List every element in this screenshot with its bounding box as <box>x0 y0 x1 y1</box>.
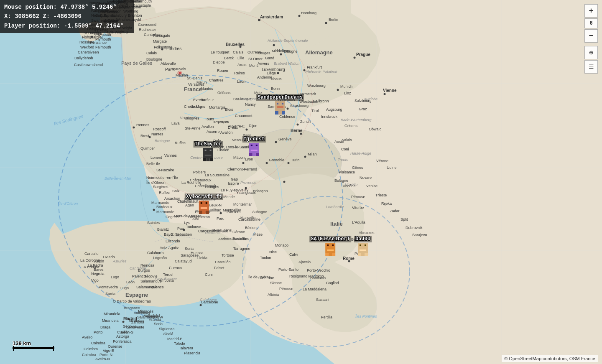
svg-text:Gênes: Gênes <box>352 165 363 170</box>
svg-point-42 <box>298 15 301 17</box>
player-name-fjednst: fjednst <box>242 136 266 143</box>
svg-rect-418 <box>256 153 259 156</box>
svg-text:Boulogne: Boulogne <box>146 57 162 61</box>
svg-rect-407 <box>277 103 278 104</box>
svg-text:Viterbe: Viterbe <box>352 206 364 210</box>
player-daj00: DaJ00 <box>354 236 372 256</box>
svg-text:Orléans: Orléans <box>217 91 231 95</box>
svg-text:Palencia: Palencia <box>132 274 147 278</box>
svg-text:Vannes: Vannes <box>164 153 177 158</box>
svg-text:Ourense: Ourense <box>108 344 122 349</box>
svg-text:Aubagne: Aubagne <box>252 210 267 214</box>
svg-text:Talavera: Talavera <box>179 346 193 350</box>
svg-rect-420 <box>203 148 213 158</box>
svg-text:Pérouse: Pérouse <box>351 195 365 199</box>
svg-text:Roscoff: Roscoff <box>153 127 166 131</box>
svg-text:Cuenca: Cuenca <box>169 266 182 270</box>
svg-text:Tarragone: Tarragone <box>233 247 250 251</box>
svg-text:Salzbourg: Salzbourg <box>355 99 372 103</box>
svg-text:Béziers: Béziers <box>245 226 258 230</box>
svg-rect-409 <box>277 106 283 108</box>
svg-rect-438 <box>358 253 361 256</box>
svg-text:Bruxelles: Bruxelles <box>226 42 245 47</box>
svg-text:Porto: Porto <box>94 330 103 334</box>
svg-text:Sienne: Sienne <box>270 281 282 285</box>
svg-text:Split: Split <box>400 217 408 221</box>
svg-text:Bar-le-Duc: Bar-le-Duc <box>233 97 252 101</box>
svg-point-34 <box>283 181 286 183</box>
svg-text:Haute-Adige: Haute-Adige <box>350 151 371 155</box>
svg-text:Nancy: Nancy <box>245 102 256 107</box>
svg-text:Bretagne: Bretagne <box>155 139 170 143</box>
svg-text:Ancône: Ancône <box>343 184 356 188</box>
svg-text:Mantes: Mantes <box>201 87 213 91</box>
svg-rect-421 <box>205 150 207 151</box>
svg-text:Hollande-Septentrionale: Hollande-Septentrionale <box>268 38 308 43</box>
zoom-controls: + 6 − ⊕ ☰ <box>584 4 598 74</box>
svg-point-23 <box>277 72 279 74</box>
svg-point-16 <box>122 321 125 323</box>
scale-bar-line <box>13 347 54 349</box>
svg-text:Cagliari: Cagliari <box>326 281 339 285</box>
svg-text:Catalogne: Catalogne <box>200 298 217 302</box>
svg-point-22 <box>354 57 356 59</box>
zoom-in-button[interactable]: + <box>584 4 598 18</box>
svg-point-39 <box>337 89 339 91</box>
svg-point-37 <box>304 156 306 158</box>
svg-text:Toledo: Toledo <box>174 341 185 346</box>
svg-text:Mèze: Mèze <box>253 232 263 237</box>
zoom-out-button[interactable]: − <box>584 29 598 43</box>
svg-text:Châtellerault: Châtellerault <box>195 184 216 188</box>
svg-text:Ponferrada: Ponferrada <box>113 339 132 344</box>
svg-text:Bares: Bares <box>94 267 104 272</box>
svg-rect-424 <box>203 158 207 161</box>
svg-text:Calvi: Calvi <box>289 252 298 257</box>
svg-text:Auxerre: Auxerre <box>207 130 220 134</box>
svg-text:Coblence: Coblence <box>279 115 295 119</box>
svg-text:Chartres: Chartres <box>209 78 224 82</box>
svg-rect-428 <box>201 202 202 204</box>
svg-rect-436 <box>365 244 366 246</box>
svg-text:France: France <box>184 86 202 92</box>
svg-text:Heilbronn: Heilbronn <box>313 99 329 103</box>
svg-text:Pérouse: Pérouse <box>279 287 293 291</box>
scale-bar: 139 km <box>13 340 54 349</box>
map-background: Amsterdam Bruxelles Luxembourg Berne Pra… <box>0 0 602 364</box>
attribution[interactable]: © OpenStreetMap contributors, OSM France <box>502 355 598 362</box>
svg-text:Castletownshend: Castletownshend <box>74 63 103 67</box>
svg-text:Benavente: Benavente <box>126 325 144 329</box>
svg-text:Zadar: Zadar <box>390 209 400 213</box>
svg-text:Aveiro: Aveiro <box>82 335 92 339</box>
svg-text:Barnstaple: Barnstaple <box>133 3 151 8</box>
svg-text:Berne: Berne <box>291 128 303 133</box>
svg-text:Sassari: Sassari <box>316 298 329 302</box>
svg-text:Albinia: Albinia <box>268 293 279 297</box>
svg-text:Oviedo: Oviedo <box>103 255 115 259</box>
svg-rect-411 <box>282 111 285 115</box>
svg-text:Lugo: Lugo <box>111 275 119 279</box>
svg-text:Îles Pontines: Îles Pontines <box>355 314 377 318</box>
svg-rect-422 <box>210 150 212 151</box>
svg-text:Porto-Santo: Porto-Santo <box>278 267 298 272</box>
svg-text:Graz: Graz <box>359 107 367 111</box>
svg-text:Vesoul: Vesoul <box>232 138 243 142</box>
player-sandpaperdreams: SandpaperDreams <box>256 94 304 115</box>
svg-point-25 <box>153 209 155 211</box>
compass-button[interactable]: ⊕ <box>584 46 598 59</box>
svg-text:Foix: Foix <box>217 216 224 221</box>
svg-text:Le Touquet: Le Touquet <box>211 50 230 54</box>
svg-rect-419 <box>253 153 256 156</box>
svg-text:Arras: Arras <box>237 63 247 67</box>
svg-text:Châteauroux: Châteauroux <box>190 178 212 182</box>
svg-text:Beauvais: Beauvais <box>171 67 186 71</box>
svg-text:Rhénanie-Palatinat: Rhénanie-Palatinat <box>305 70 337 74</box>
svg-text:Avallón: Avallón <box>220 130 232 135</box>
svg-text:Saintes: Saintes <box>147 221 160 225</box>
svg-text:St-Nazaire: St-Nazaire <box>156 168 174 172</box>
svg-text:Ruffec: Ruffec <box>159 191 170 195</box>
svg-text:Mirandès: Mirandès <box>138 309 154 313</box>
svg-text:Obwald: Obwald <box>369 127 382 131</box>
map-container[interactable]: Amsterdam Bruxelles Luxembourg Berne Pra… <box>0 0 602 364</box>
svg-text:Pontevedra: Pontevedra <box>99 285 118 289</box>
layers-button[interactable]: ☰ <box>584 60 598 74</box>
